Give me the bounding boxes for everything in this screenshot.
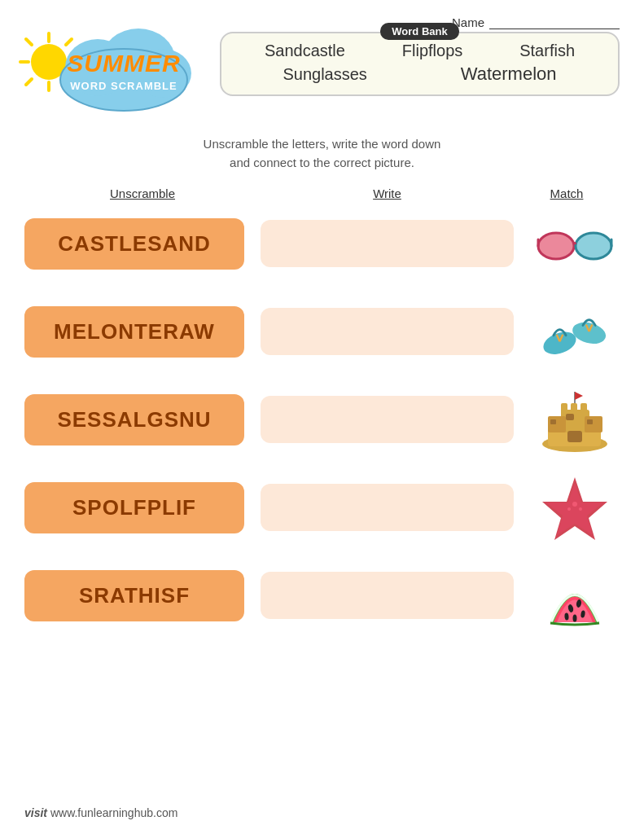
scrambled-word-1: CASTLESAND	[24, 218, 244, 270]
word-bank-area: Word Bank Sandcastle Flipflops Starfish …	[220, 23, 620, 96]
footer-url: www.funlearninghub.com	[50, 806, 177, 819]
scrambled-word-3: SESSALGSNU	[24, 394, 244, 446]
name-field: Name	[452, 15, 620, 29]
word-flipflops: Flipflops	[402, 42, 462, 60]
svg-marker-43	[546, 483, 603, 535]
match-image-5	[530, 559, 620, 632]
sandcastle-icon	[538, 385, 611, 454]
svg-rect-33	[561, 403, 567, 413]
word-bank-row-2: Sunglasses Watermelon	[238, 64, 602, 85]
svg-point-51	[573, 614, 577, 621]
main-content: Unscramble Write Match CASTLESAND	[0, 187, 644, 632]
word-bank-box: Sandcastle Flipflops Starfish Sunglasses…	[220, 32, 620, 96]
match-image-1	[530, 207, 620, 280]
svg-rect-32	[585, 416, 602, 432]
flipflops-icon	[537, 299, 614, 364]
svg-marker-37	[575, 392, 583, 400]
svg-point-44	[572, 502, 577, 507]
svg-point-46	[579, 507, 582, 511]
write-box-1[interactable]	[261, 220, 514, 267]
write-box-5[interactable]	[261, 572, 514, 619]
word-sandcastle: Sandcastle	[265, 42, 345, 60]
scrambled-word-2: MELONTERAW	[24, 306, 244, 358]
table-row: MELONTERAW	[16, 295, 628, 368]
watermelon-icon	[542, 561, 607, 630]
svg-text:WORD SCRAMBLE: WORD SCRAMBLE	[70, 80, 177, 92]
word-starfish: Starfish	[519, 42, 575, 60]
svg-rect-38	[566, 414, 574, 420]
table-row: CASTLESAND	[16, 207, 628, 280]
col-write-header: Write	[261, 187, 514, 200]
visit-label: visit	[24, 806, 47, 819]
match-image-2	[530, 295, 620, 368]
table-row: SPOLFPLIF	[16, 471, 628, 544]
logo-area: SUMMER WORD SCRAMBLE	[16, 15, 195, 121]
svg-line-4	[26, 39, 32, 45]
col-match-header: Match	[514, 187, 620, 200]
name-line[interactable]	[489, 15, 620, 29]
svg-rect-34	[571, 403, 577, 413]
scrambled-word-4: SPOLFPLIF	[24, 482, 244, 533]
match-image-3	[530, 383, 620, 456]
col-unscramble-header: Unscramble	[24, 187, 261, 200]
write-box-4[interactable]	[261, 484, 514, 531]
starfish-icon	[538, 473, 611, 542]
write-box-3[interactable]	[261, 396, 514, 443]
svg-rect-35	[580, 403, 587, 413]
scrambled-word-5: SRATHISF	[24, 570, 244, 621]
svg-rect-31	[548, 416, 566, 432]
cloud-icon: SUMMER WORD SCRAMBLE	[57, 15, 191, 112]
name-label: Name	[452, 15, 484, 29]
word-sunglasses: Sunglasses	[283, 65, 366, 84]
svg-point-23	[570, 319, 608, 348]
svg-rect-41	[567, 431, 582, 442]
word-watermelon: Watermelon	[461, 64, 557, 85]
svg-rect-40	[587, 419, 593, 424]
sunglasses-icon	[534, 219, 616, 268]
table-row: SRATHISF	[16, 559, 628, 632]
word-bank-label: Word Bank	[380, 23, 458, 40]
instructions: Unscramble the letters, write the word d…	[0, 135, 644, 172]
match-image-4	[530, 471, 620, 544]
svg-rect-39	[550, 419, 556, 424]
svg-text:SUMMER: SUMMER	[67, 50, 180, 77]
footer: visit www.funlearninghub.com	[24, 806, 177, 819]
table-row: SESSALGSNU	[16, 383, 628, 456]
svg-line-7	[26, 79, 32, 85]
svg-point-45	[567, 507, 571, 511]
write-box-2[interactable]	[261, 308, 514, 355]
column-headers: Unscramble Write Match	[16, 187, 628, 200]
word-bank-row-1: Sandcastle Flipflops Starfish	[238, 42, 602, 60]
